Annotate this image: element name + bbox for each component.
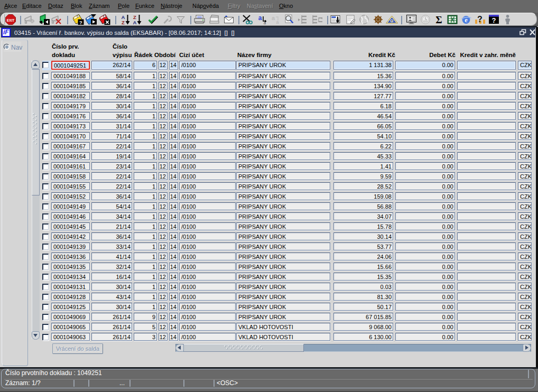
svg-text:?: ? (477, 15, 483, 24)
svg-text:a: a (276, 20, 279, 24)
svg-text:?: ? (79, 20, 82, 25)
svg-text:Z: Z (122, 20, 125, 25)
svg-text:?: ? (492, 16, 496, 24)
svg-text:Σ: Σ (435, 14, 442, 24)
svg-text:a: a (272, 15, 275, 21)
svg-text:a: a (258, 14, 262, 22)
svg-text:a: a (264, 21, 266, 25)
svg-text:A: A (133, 20, 137, 25)
svg-text:X: X (451, 17, 454, 23)
svg-text:EXIT: EXIT (7, 18, 14, 22)
